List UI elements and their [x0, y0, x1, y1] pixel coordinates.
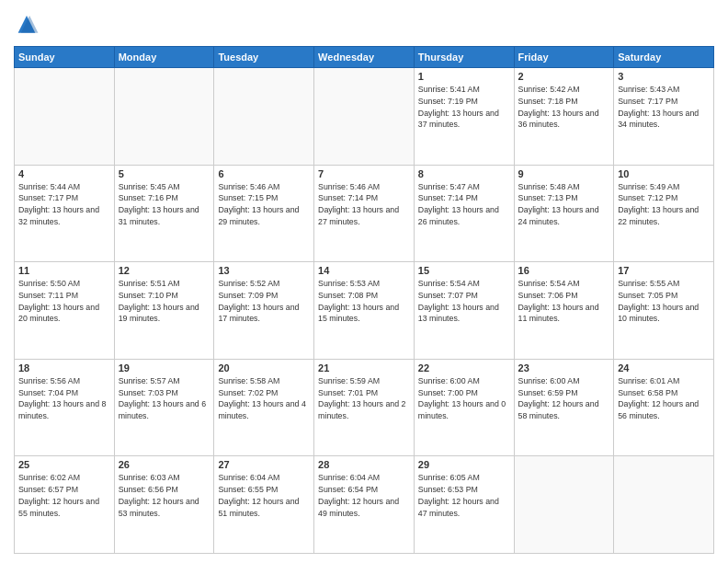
- day-info: Sunrise: 6:03 AMSunset: 6:56 PMDaylight:…: [119, 472, 210, 519]
- day-number: 19: [119, 362, 210, 373]
- calendar-cell: [614, 456, 714, 554]
- day-number: 12: [119, 265, 210, 276]
- day-number: 11: [18, 265, 110, 276]
- day-info: Sunrise: 5:51 AMSunset: 7:10 PMDaylight:…: [119, 278, 210, 325]
- day-info: Sunrise: 5:41 AMSunset: 7:19 PMDaylight:…: [418, 84, 510, 131]
- calendar-cell: 9Sunrise: 5:48 AMSunset: 7:13 PMDaylight…: [514, 165, 614, 262]
- day-info: Sunrise: 5:44 AMSunset: 7:17 PMDaylight:…: [18, 181, 110, 228]
- calendar-cell: [114, 68, 214, 166]
- calendar-cell: 2Sunrise: 5:42 AMSunset: 7:18 PMDaylight…: [514, 68, 614, 166]
- day-number: 1: [418, 71, 510, 82]
- calendar-cell: 12Sunrise: 5:51 AMSunset: 7:10 PMDayligh…: [114, 262, 214, 360]
- calendar-cell: [314, 68, 415, 166]
- calendar-week-row: 11Sunrise: 5:50 AMSunset: 7:11 PMDayligh…: [15, 262, 714, 360]
- day-info: Sunrise: 5:43 AMSunset: 7:17 PMDaylight:…: [618, 84, 710, 131]
- day-info: Sunrise: 5:56 AMSunset: 7:04 PMDaylight:…: [18, 375, 110, 422]
- calendar-cell: 10Sunrise: 5:49 AMSunset: 7:12 PMDayligh…: [614, 165, 714, 262]
- day-number: 15: [418, 265, 510, 276]
- day-info: Sunrise: 6:04 AMSunset: 6:54 PMDaylight:…: [318, 472, 410, 519]
- day-number: 16: [518, 265, 610, 276]
- calendar-cell: 6Sunrise: 5:46 AMSunset: 7:15 PMDaylight…: [214, 165, 314, 262]
- day-number: 27: [218, 459, 310, 470]
- calendar-cell: 29Sunrise: 6:05 AMSunset: 6:53 PMDayligh…: [414, 456, 514, 554]
- day-number: 17: [618, 265, 710, 276]
- calendar-week-row: 18Sunrise: 5:56 AMSunset: 7:04 PMDayligh…: [15, 359, 714, 456]
- day-number: 21: [318, 362, 410, 373]
- calendar-cell: 8Sunrise: 5:47 AMSunset: 7:14 PMDaylight…: [414, 165, 514, 262]
- logo-icon: [14, 13, 40, 39]
- calendar-cell: 15Sunrise: 5:54 AMSunset: 7:07 PMDayligh…: [414, 262, 514, 360]
- day-info: Sunrise: 5:55 AMSunset: 7:05 PMDaylight:…: [618, 278, 710, 325]
- calendar-cell: 5Sunrise: 5:45 AMSunset: 7:16 PMDaylight…: [114, 165, 214, 262]
- calendar-cell: 26Sunrise: 6:03 AMSunset: 6:56 PMDayligh…: [114, 456, 214, 554]
- calendar-header-sunday: Sunday: [15, 47, 115, 68]
- calendar-cell: 11Sunrise: 5:50 AMSunset: 7:11 PMDayligh…: [15, 262, 115, 360]
- day-info: Sunrise: 5:53 AMSunset: 7:08 PMDaylight:…: [318, 278, 410, 325]
- day-number: 24: [618, 362, 710, 373]
- calendar-cell: 19Sunrise: 5:57 AMSunset: 7:03 PMDayligh…: [114, 359, 214, 456]
- day-number: 13: [218, 265, 310, 276]
- calendar-cell: 3Sunrise: 5:43 AMSunset: 7:17 PMDaylight…: [614, 68, 714, 166]
- day-info: Sunrise: 5:47 AMSunset: 7:14 PMDaylight:…: [418, 181, 510, 228]
- day-info: Sunrise: 5:54 AMSunset: 7:07 PMDaylight:…: [418, 278, 510, 325]
- day-number: 28: [318, 459, 410, 470]
- calendar-cell: 16Sunrise: 5:54 AMSunset: 7:06 PMDayligh…: [514, 262, 614, 360]
- calendar-cell: 4Sunrise: 5:44 AMSunset: 7:17 PMDaylight…: [15, 165, 115, 262]
- day-number: 4: [18, 168, 110, 179]
- calendar-cell: 7Sunrise: 5:46 AMSunset: 7:14 PMDaylight…: [314, 165, 415, 262]
- day-info: Sunrise: 6:05 AMSunset: 6:53 PMDaylight:…: [418, 472, 510, 519]
- calendar-cell: 25Sunrise: 6:02 AMSunset: 6:57 PMDayligh…: [15, 456, 115, 554]
- day-info: Sunrise: 5:59 AMSunset: 7:01 PMDaylight:…: [318, 375, 410, 422]
- day-number: 20: [218, 362, 310, 373]
- day-info: Sunrise: 5:57 AMSunset: 7:03 PMDaylight:…: [119, 375, 210, 422]
- page: SundayMondayTuesdayWednesdayThursdayFrid…: [0, 0, 728, 563]
- day-number: 18: [18, 362, 110, 373]
- calendar-cell: [15, 68, 115, 166]
- calendar-cell: 28Sunrise: 6:04 AMSunset: 6:54 PMDayligh…: [314, 456, 415, 554]
- calendar-header-row: SundayMondayTuesdayWednesdayThursdayFrid…: [15, 47, 714, 68]
- day-number: 8: [418, 168, 510, 179]
- calendar-cell: 17Sunrise: 5:55 AMSunset: 7:05 PMDayligh…: [614, 262, 714, 360]
- day-number: 23: [518, 362, 610, 373]
- day-info: Sunrise: 5:46 AMSunset: 7:15 PMDaylight:…: [218, 181, 310, 228]
- day-info: Sunrise: 5:46 AMSunset: 7:14 PMDaylight:…: [318, 181, 410, 228]
- day-number: 2: [518, 71, 610, 82]
- day-info: Sunrise: 5:48 AMSunset: 7:13 PMDaylight:…: [518, 181, 610, 228]
- day-info: Sunrise: 6:01 AMSunset: 6:58 PMDaylight:…: [618, 375, 710, 422]
- header: [14, 9, 714, 39]
- day-info: Sunrise: 5:45 AMSunset: 7:16 PMDaylight:…: [119, 181, 210, 228]
- calendar-header-monday: Monday: [114, 47, 214, 68]
- day-info: Sunrise: 5:58 AMSunset: 7:02 PMDaylight:…: [218, 375, 310, 422]
- calendar-week-row: 4Sunrise: 5:44 AMSunset: 7:17 PMDaylight…: [15, 165, 714, 262]
- calendar-cell: 27Sunrise: 6:04 AMSunset: 6:55 PMDayligh…: [214, 456, 314, 554]
- day-number: 9: [518, 168, 610, 179]
- calendar-header-thursday: Thursday: [414, 47, 514, 68]
- logo: [14, 13, 43, 39]
- day-number: 6: [218, 168, 310, 179]
- day-number: 3: [618, 71, 710, 82]
- calendar-cell: 20Sunrise: 5:58 AMSunset: 7:02 PMDayligh…: [214, 359, 314, 456]
- calendar-cell: [214, 68, 314, 166]
- day-number: 14: [318, 265, 410, 276]
- calendar-header-friday: Friday: [514, 47, 614, 68]
- day-number: 7: [318, 168, 410, 179]
- day-info: Sunrise: 5:54 AMSunset: 7:06 PMDaylight:…: [518, 278, 610, 325]
- day-info: Sunrise: 5:50 AMSunset: 7:11 PMDaylight:…: [18, 278, 110, 325]
- day-number: 22: [418, 362, 510, 373]
- day-info: Sunrise: 5:49 AMSunset: 7:12 PMDaylight:…: [618, 181, 710, 228]
- day-info: Sunrise: 6:00 AMSunset: 7:00 PMDaylight:…: [418, 375, 510, 422]
- day-info: Sunrise: 6:02 AMSunset: 6:57 PMDaylight:…: [18, 472, 110, 519]
- calendar-cell: 24Sunrise: 6:01 AMSunset: 6:58 PMDayligh…: [614, 359, 714, 456]
- calendar-cell: 13Sunrise: 5:52 AMSunset: 7:09 PMDayligh…: [214, 262, 314, 360]
- calendar-cell: 14Sunrise: 5:53 AMSunset: 7:08 PMDayligh…: [314, 262, 415, 360]
- calendar-table: SundayMondayTuesdayWednesdayThursdayFrid…: [14, 46, 714, 554]
- calendar-week-row: 25Sunrise: 6:02 AMSunset: 6:57 PMDayligh…: [15, 456, 714, 554]
- calendar-week-row: 1Sunrise: 5:41 AMSunset: 7:19 PMDaylight…: [15, 68, 714, 166]
- day-info: Sunrise: 5:52 AMSunset: 7:09 PMDaylight:…: [218, 278, 310, 325]
- calendar-header-saturday: Saturday: [614, 47, 714, 68]
- calendar-cell: 22Sunrise: 6:00 AMSunset: 7:00 PMDayligh…: [414, 359, 514, 456]
- day-number: 26: [119, 459, 210, 470]
- calendar-cell: 1Sunrise: 5:41 AMSunset: 7:19 PMDaylight…: [414, 68, 514, 166]
- calendar-header-wednesday: Wednesday: [314, 47, 415, 68]
- day-number: 5: [119, 168, 210, 179]
